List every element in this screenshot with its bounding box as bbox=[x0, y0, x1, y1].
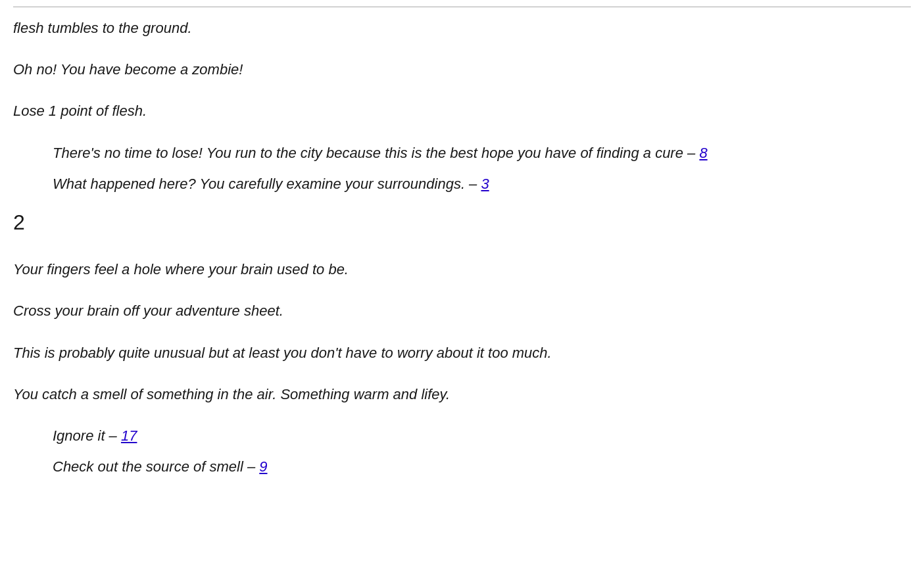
choice-block-1: There's no time to lose! You run to the … bbox=[53, 141, 911, 195]
paragraph-zombie: Oh no! You have become a zombie! bbox=[13, 58, 911, 81]
choice-3-link[interactable]: 17 bbox=[121, 427, 137, 444]
choice-3-text: Ignore it – bbox=[53, 427, 121, 444]
choice-1-text: There's no time to lose! You run to the … bbox=[53, 145, 699, 161]
page-content: flesh tumbles to the ground. Oh no! You … bbox=[13, 7, 911, 478]
top-divider bbox=[13, 7, 911, 7]
choice-line-4: Check out the source of smell – 9 bbox=[53, 455, 911, 478]
choice-line-3: Ignore it – 17 bbox=[53, 424, 911, 447]
choice-line-1: There's no time to lose! You run to the … bbox=[53, 141, 911, 164]
paragraph-smell: You catch a smell of something in the ai… bbox=[13, 383, 911, 406]
choice-block-2: Ignore it – 17 Check out the source of s… bbox=[53, 424, 911, 478]
paragraph-fingers: Your fingers feel a hole where your brai… bbox=[13, 258, 911, 281]
paragraph-cross-brain: Cross your brain off your adventure shee… bbox=[13, 299, 911, 322]
paragraph-flesh-tumbles: flesh tumbles to the ground. bbox=[13, 16, 911, 39]
choice-line-2: What happened here? You carefully examin… bbox=[53, 172, 911, 195]
paragraph-lose-flesh: Lose 1 point of flesh. bbox=[13, 99, 911, 122]
choice-1-link[interactable]: 8 bbox=[699, 145, 707, 161]
paragraph-unusual: This is probably quite unusual but at le… bbox=[13, 341, 911, 364]
section-number: 2 bbox=[13, 206, 911, 239]
choice-4-link[interactable]: 9 bbox=[259, 458, 267, 475]
choice-2-link[interactable]: 3 bbox=[481, 176, 489, 192]
choice-2-text: What happened here? You carefully examin… bbox=[53, 176, 481, 192]
choice-4-text: Check out the source of smell – bbox=[53, 458, 259, 475]
